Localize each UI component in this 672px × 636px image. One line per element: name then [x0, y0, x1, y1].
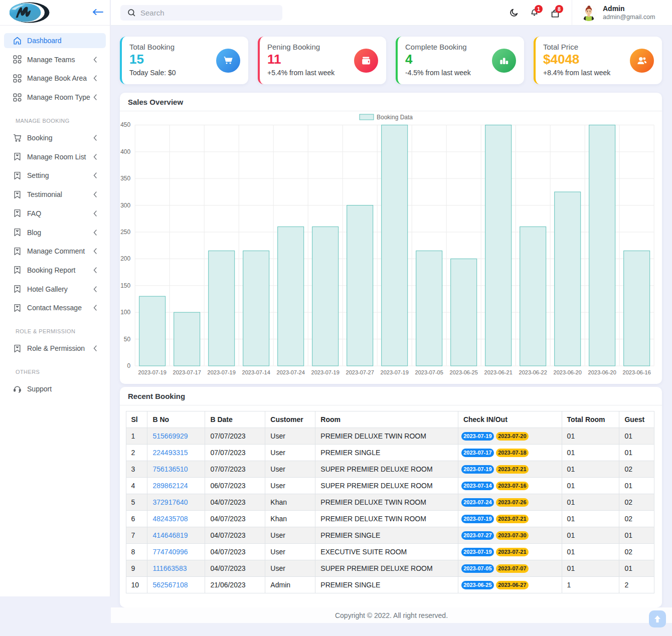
svg-text:2023-07-24: 2023-07-24 — [277, 369, 305, 375]
svg-text:2023-07-17: 2023-07-17 — [173, 369, 201, 375]
svg-text:2023-07-27: 2023-07-27 — [346, 369, 374, 375]
svg-text:2023-07-19: 2023-07-19 — [208, 369, 236, 375]
svg-text:2023-07-19: 2023-07-19 — [381, 369, 409, 375]
svg-text:300: 300 — [120, 202, 130, 209]
svg-text:2023-07-05: 2023-07-05 — [415, 369, 443, 375]
svg-text:2023-06-16: 2023-06-16 — [623, 369, 651, 375]
svg-text:2023-06-20: 2023-06-20 — [588, 369, 616, 375]
svg-text:50: 50 — [124, 336, 131, 343]
svg-text:350: 350 — [120, 175, 130, 182]
svg-text:2023-06-20: 2023-06-20 — [554, 369, 582, 375]
svg-text:2023-07-14: 2023-07-14 — [242, 369, 270, 375]
svg-text:150: 150 — [120, 282, 130, 289]
svg-text:2023-07-19: 2023-07-19 — [138, 369, 166, 375]
svg-text:100: 100 — [120, 309, 130, 316]
svg-text:450: 450 — [120, 121, 130, 128]
svg-text:0: 0 — [127, 362, 131, 369]
svg-text:2023-06-21: 2023-06-21 — [484, 369, 513, 375]
svg-text:2023-06-25: 2023-06-25 — [450, 369, 478, 375]
svg-text:250: 250 — [120, 229, 130, 236]
svg-text:Booking Data: Booking Data — [377, 114, 413, 121]
svg-text:400: 400 — [120, 148, 130, 155]
svg-text:2023-06-22: 2023-06-22 — [519, 369, 547, 375]
svg-text:200: 200 — [120, 255, 130, 262]
svg-text:2023-07-19: 2023-07-19 — [311, 369, 340, 375]
